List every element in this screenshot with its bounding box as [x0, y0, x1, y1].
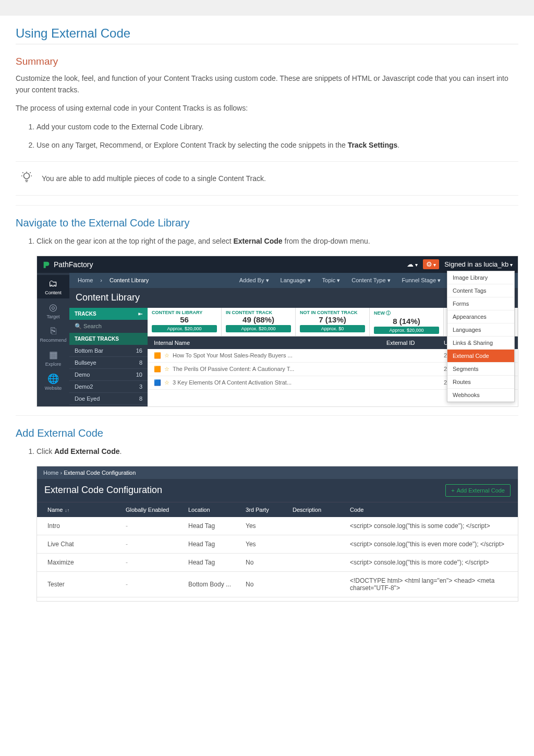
sort-icon: ↓↑ — [65, 508, 69, 513]
target-icon: ◎ — [49, 302, 57, 313]
crumb-home[interactable]: Home — [43, 470, 58, 476]
filter-content-type[interactable]: Content Type ▾ — [348, 275, 393, 286]
external-code-title: External Code Configuration — [44, 485, 162, 496]
dropdown-item[interactable]: Appearances — [447, 310, 514, 323]
dropdown-item[interactable]: Segments — [447, 363, 514, 376]
pathfactory-icon — [42, 260, 51, 269]
thumbnail-icon: 🟦 — [154, 379, 161, 386]
track-row[interactable]: Bullseye8 — [69, 357, 148, 369]
track-row[interactable]: Doe Eyed8 — [69, 393, 148, 405]
breadcrumb: Home › External Code Configuration — [37, 466, 518, 479]
page-title: Using External Code — [16, 26, 518, 44]
navigate-steps: Click on the gear icon at the top right … — [37, 234, 518, 248]
col-3rd-party[interactable]: 3rd Party — [242, 507, 289, 513]
crumb-current: Content Library — [106, 275, 152, 285]
thumbnail-icon: 🟧 — [154, 366, 161, 373]
summary-text-2: The process of using external code in yo… — [16, 102, 518, 114]
dropdown-item[interactable]: Image Library — [447, 271, 514, 284]
collapse-icon: ⇤ — [138, 311, 142, 317]
brand-logo[interactable]: PathFactory — [42, 260, 93, 269]
star-icon: ☆ — [164, 366, 169, 373]
gear-dropdown: Image Library Content Tags Forms Appeara… — [447, 271, 515, 402]
tip-callout: You are able to add multiple pieces of c… — [16, 161, 518, 196]
table-row[interactable]: Maximize - Head Tag No <script> console.… — [37, 554, 518, 572]
svg-line-7 — [30, 173, 30, 173]
explore-icon: ▦ — [49, 349, 58, 361]
col-name[interactable]: Name↓↑ — [44, 507, 123, 513]
content-library-title: Content Library — [76, 292, 140, 303]
col-description[interactable]: Description — [289, 507, 347, 513]
plus-icon: + — [451, 487, 454, 494]
dropdown-item[interactable]: Links & Sharing — [447, 337, 514, 350]
filter-funnel-stage[interactable]: Funnel Stage ▾ — [399, 275, 444, 286]
external-code-table-header: Name↓↑ Globally Enabled Location 3rd Par… — [37, 502, 518, 517]
col-internal-name[interactable]: Internal Name — [154, 340, 386, 346]
main-nav-sidebar: 🗂Content ◎Target ⎘Recommend ▦Explore 🌐We… — [37, 273, 69, 406]
nav-recommend[interactable]: ⎘Recommend — [37, 322, 69, 346]
stat-card: NEW ⓘ8 (14%)Approx. $20,000 — [370, 308, 444, 336]
nav-target[interactable]: ◎Target — [37, 298, 69, 322]
table-row[interactable]: Intro - Head Tag Yes <script> console.lo… — [37, 517, 518, 535]
website-icon: 🌐 — [47, 373, 59, 385]
nav-content[interactable]: 🗂Content — [37, 275, 69, 298]
screenshot-content-library: PathFactory ☁ ⚙ Signed in as lucia_kb 🗂C… — [37, 256, 518, 407]
add-external-steps: Click Add External Code. — [37, 445, 518, 459]
tracks-sidebar: TRACKS⇤ 🔍 Search TARGET TRACKS Bottom Ba… — [69, 308, 148, 406]
track-row[interactable]: Bottom Bar16 — [69, 345, 148, 357]
nav-explore[interactable]: ▦Explore — [37, 346, 69, 370]
col-code[interactable]: Code — [347, 507, 511, 513]
stat-card: NOT IN CONTENT TRACK7 (13%)Approx. $0 — [296, 308, 370, 336]
track-row[interactable]: Demo23 — [69, 381, 148, 393]
divider — [16, 205, 518, 206]
filter-language[interactable]: Language ▾ — [277, 275, 314, 286]
tracks-search[interactable]: 🔍 Search — [69, 320, 148, 333]
add-external-code-button[interactable]: +Add External Code — [445, 484, 511, 497]
crumb-home[interactable]: Home — [75, 275, 96, 285]
gear-menu[interactable]: ⚙ — [423, 259, 440, 269]
user-menu[interactable]: Signed in as lucia_kb — [444, 260, 513, 268]
table-row[interactable]: Tester - Bottom Body ... No <!DOCTYPE ht… — [37, 572, 518, 597]
page-heading-bar: External Code Configuration +Add Externa… — [37, 479, 518, 502]
summary-step-2: Use on any Target, Recommend, or Explore… — [37, 138, 518, 152]
stat-card: IN CONTENT TRACK49 (88%)Approx. $20,000 — [222, 308, 296, 336]
dropdown-item[interactable]: Webhooks — [447, 389, 514, 402]
svg-point-0 — [24, 173, 30, 179]
track-row[interactable]: Demo10 — [69, 369, 148, 381]
table-row[interactable]: Live Chat - Head Tag Yes <script> consol… — [37, 535, 518, 554]
col-external-id[interactable]: External ID — [386, 340, 444, 346]
col-location[interactable]: Location — [185, 507, 242, 513]
star-icon: ☆ — [164, 379, 169, 386]
browser-topbar — [0, 0, 534, 16]
tracks-tab[interactable]: TRACKS⇤ — [69, 308, 148, 320]
stat-card: CONTENT IN LIBRARY56Approx. $20,000 — [148, 308, 222, 336]
crumb-current: External Code Configuration — [64, 470, 136, 476]
navigate-step-1: Click on the gear icon at the top right … — [37, 234, 518, 248]
screenshot-external-code-config: Home › External Code Configuration Exter… — [37, 466, 518, 602]
navigate-heading: Navigate to the External Code Library — [16, 217, 518, 229]
col-globally-enabled[interactable]: Globally Enabled — [123, 507, 185, 513]
app-header: PathFactory ☁ ⚙ Signed in as lucia_kb — [37, 256, 518, 273]
svg-line-6 — [22, 173, 23, 173]
target-tracks-tab[interactable]: TARGET TRACKS — [69, 333, 148, 345]
star-icon: ☆ — [164, 352, 169, 359]
dropdown-item[interactable]: Languages — [447, 323, 514, 337]
recommend-icon: ⎘ — [51, 326, 56, 337]
summary-heading: Summary — [16, 56, 518, 67]
lightbulb-icon — [21, 171, 32, 186]
filter-topic[interactable]: Topic ▾ — [319, 275, 344, 286]
cloud-menu[interactable]: ☁ — [407, 260, 418, 268]
tip-text: You are able to add multiple pieces of c… — [42, 174, 266, 183]
dropdown-item[interactable]: Content Tags — [447, 284, 514, 297]
summary-step-1: Add your custom code to the External Cod… — [37, 120, 518, 134]
divider — [16, 415, 518, 416]
nav-website[interactable]: 🌐Website — [37, 370, 69, 394]
summary-steps-list: Add your custom code to the External Cod… — [37, 120, 518, 152]
dropdown-item[interactable]: Forms — [447, 297, 514, 310]
thumbnail-icon: 🟧 — [154, 352, 161, 359]
dropdown-item-external-code[interactable]: External Code — [447, 350, 514, 363]
content-icon: 🗂 — [48, 278, 58, 289]
filter-added-by[interactable]: Added By ▾ — [236, 275, 272, 286]
add-external-heading: Add External Code — [16, 427, 518, 439]
summary-text-1: Customize the look, feel, and function o… — [16, 73, 518, 96]
dropdown-item[interactable]: Routes — [447, 376, 514, 389]
